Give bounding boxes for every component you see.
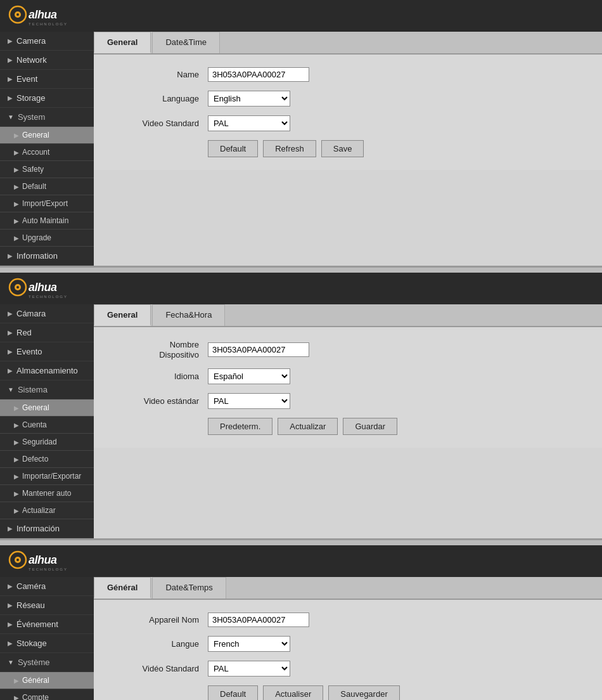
chevron-right-icon: ▶ (8, 252, 13, 259)
chevron-right-icon: ▶ (8, 329, 13, 336)
chevron-down-icon: ▼ (8, 659, 14, 666)
chevron-right-icon: ▶ (8, 94, 13, 101)
field-select-1[interactable]: EnglishFrenchSpanish (208, 91, 290, 107)
form-row-0: Appareil Nom (106, 612, 583, 627)
chevron-right-icon: ▶ (14, 149, 19, 156)
panel-panel-english: alhua TECHNOLOGY ▶Camera▶Network▶Event▶S… (0, 0, 602, 268)
chevron-right-icon: ▶ (14, 507, 19, 514)
form-area: NombreDispositivoIdiomaEspañolEnglishFre… (94, 327, 602, 448)
sidebar-item-upgrade[interactable]: ▶Upgrade (0, 230, 94, 247)
tab-general[interactable]: General (94, 304, 151, 326)
field-select-2[interactable]: PALNTSC (208, 661, 290, 677)
sidebar-section-system[interactable]: ▼System (0, 108, 94, 127)
tab-date-time[interactable]: Date&Time (152, 32, 220, 53)
device-name-input[interactable] (208, 67, 309, 82)
panel-panel-french: alhua TECHNOLOGY ▶Caméra▶Réseau▶Événemen… (0, 545, 602, 700)
svg-text:alhua: alhua (29, 8, 57, 21)
sidebar-item-auto-maintain[interactable]: ▶Auto Maintain (0, 212, 94, 230)
button-default[interactable]: Default (208, 685, 258, 700)
chevron-right-icon: ▶ (8, 75, 13, 82)
field-select-2[interactable]: PALNTSC (208, 115, 290, 131)
form-buttons: DefaultRefreshSave (208, 140, 583, 157)
sidebar-item-evento[interactable]: ▶Evento (0, 342, 94, 361)
form-label-1: Language (106, 94, 208, 103)
chevron-right-icon: ▶ (14, 166, 19, 173)
panel-divider (0, 268, 602, 273)
chevron-right-icon: ▶ (8, 602, 13, 609)
form-row-0: Name (106, 67, 583, 82)
device-name-input[interactable] (208, 612, 309, 627)
sidebar-item-defecto[interactable]: ▶Defecto (0, 451, 94, 468)
chevron-down-icon: ▼ (8, 113, 14, 120)
chevron-down-icon: ▼ (8, 386, 14, 393)
chevron-right-icon: ▶ (14, 490, 19, 497)
field-select-1[interactable]: EspañolEnglishFrench (208, 368, 290, 384)
sidebar-item-network[interactable]: ▶Network (0, 51, 94, 70)
chevron-right-icon: ▶ (8, 640, 13, 647)
logo: alhua TECHNOLOGY (8, 548, 77, 574)
panel-panel-spanish: alhua TECHNOLOGY ▶Cámara▶Red▶Evento▶Alma… (0, 273, 602, 540)
sidebar-item-informaci-n[interactable]: ▶Información (0, 519, 94, 538)
sidebar-item-event[interactable]: ▶Event (0, 70, 94, 89)
sidebar-item-cam-ra[interactable]: ▶Caméra (0, 577, 94, 596)
chevron-right-icon: ▶ (14, 694, 19, 701)
button-actualiser[interactable]: Actualiser (263, 685, 323, 700)
sidebar-item-general[interactable]: ▶General (0, 127, 94, 144)
sidebar-item-stokage[interactable]: ▶Stokage (0, 634, 94, 653)
sidebar-item-red[interactable]: ▶Red (0, 323, 94, 342)
field-select-1[interactable]: FrenchEnglishSpanish (208, 636, 290, 652)
svg-point-2 (16, 13, 19, 16)
tab-g-n-ral[interactable]: Général (94, 577, 151, 599)
sidebar: ▶Cámara▶Red▶Evento▶Almacenamiento▼Sistem… (0, 304, 94, 538)
sidebar-item-mantener-auto[interactable]: ▶Mantener auto (0, 485, 94, 502)
field-select-2[interactable]: PALNTSC (208, 393, 290, 409)
sidebar-item-import-export[interactable]: ▶Import/Export (0, 195, 94, 212)
chevron-right-icon: ▶ (8, 525, 13, 532)
sidebar-section-system[interactable]: ▼Système (0, 653, 94, 672)
chevron-right-icon: ▶ (14, 473, 19, 480)
sidebar-item-safety[interactable]: ▶Safety (0, 161, 94, 178)
sidebar-item-storage[interactable]: ▶Storage (0, 89, 94, 108)
sidebar-item-c-mara[interactable]: ▶Cámara (0, 304, 94, 323)
form-area: Appareil NomLangueFrenchEnglishSpanishVi… (94, 600, 602, 700)
form-label-2: Vidéo Standard (106, 664, 208, 673)
sidebar-item-general[interactable]: ▶Général (0, 672, 94, 689)
sidebar-item--v-nement[interactable]: ▶Événement (0, 615, 94, 634)
button-guardar[interactable]: Guardar (343, 418, 397, 435)
sidebar-item-almacenamiento[interactable]: ▶Almacenamiento (0, 361, 94, 380)
button-predeterm-[interactable]: Predeterm. (208, 418, 272, 435)
tab-fecha-hora[interactable]: Fecha&Hora (152, 304, 225, 326)
svg-text:TECHNOLOGY: TECHNOLOGY (29, 295, 68, 299)
form-row-1: LangueFrenchEnglishSpanish (106, 636, 583, 652)
chevron-right-icon: ▶ (8, 621, 13, 628)
sidebar-item-default[interactable]: ▶Default (0, 178, 94, 195)
tab-general[interactable]: General (94, 32, 151, 53)
button-save[interactable]: Save (321, 140, 364, 157)
sidebar-section-system[interactable]: ▼Sistema (0, 380, 94, 399)
tab-date-temps[interactable]: Date&Temps (152, 577, 226, 599)
sidebar: ▶Caméra▶Réseau▶Événement▶Stokage▼Système… (0, 577, 94, 700)
form-label-2: Video Standard (106, 119, 208, 128)
button-sauvegarder[interactable]: Sauvegarder (328, 685, 399, 700)
form-label-1: Langue (106, 639, 208, 649)
logo: alhua TECHNOLOGY (8, 3, 77, 29)
content-area: GeneralFecha&HoraNombreDispositivoIdioma… (94, 304, 602, 538)
chevron-right-icon: ▶ (14, 183, 19, 190)
chevron-right-icon: ▶ (8, 37, 13, 44)
sidebar-item-account[interactable]: ▶Account (0, 144, 94, 161)
sidebar-item-camera[interactable]: ▶Camera (0, 32, 94, 51)
sidebar-item-seguridad[interactable]: ▶Seguridad (0, 434, 94, 451)
sidebar-item-general[interactable]: ▶General (0, 399, 94, 417)
sidebar-item-actualizar[interactable]: ▶Actualizar (0, 502, 94, 519)
form-label-1: Idioma (106, 372, 208, 381)
button-actualizar[interactable]: Actualizar (278, 418, 338, 435)
sidebar-item-r-seau[interactable]: ▶Réseau (0, 596, 94, 615)
sidebar-item-compte[interactable]: ▶Compte (0, 689, 94, 700)
sidebar-item-cuenta[interactable]: ▶Cuenta (0, 417, 94, 434)
header: alhua TECHNOLOGY (0, 273, 602, 304)
button-default[interactable]: Default (208, 140, 258, 157)
device-name-input[interactable] (208, 342, 309, 357)
sidebar-item-information[interactable]: ▶Information (0, 247, 94, 266)
sidebar-item-importar-exportar[interactable]: ▶Importar/Exportar (0, 468, 94, 485)
button-refresh[interactable]: Refresh (263, 140, 316, 157)
